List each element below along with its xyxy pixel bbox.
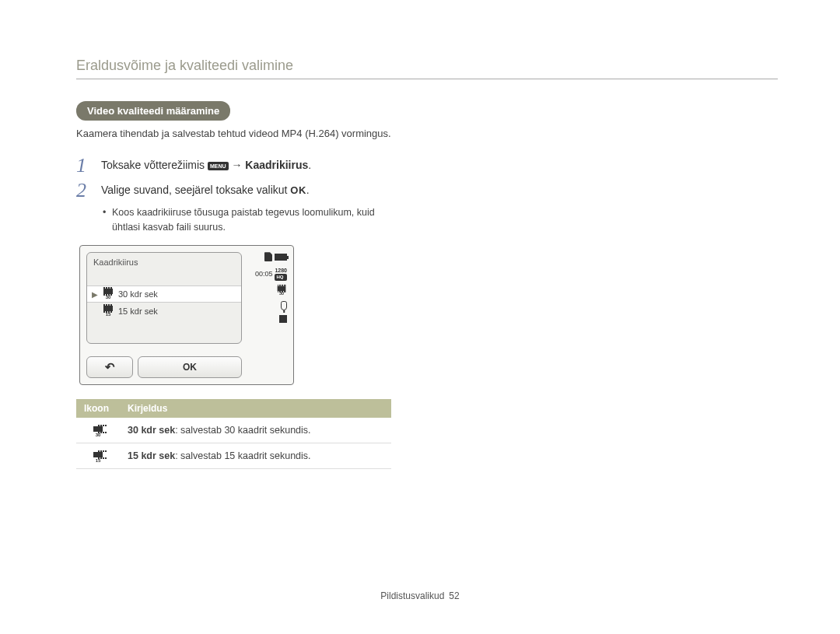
film-icon: 15 [93, 452, 103, 463]
col-icon: Ikoon [76, 399, 120, 418]
status-icons: 00:05 1280 HQ 30 [248, 252, 287, 322]
camera-screenshot: Kaadrikiirus ▶ 30 30 kdr sek ▶ 15 15 kdr… [79, 245, 294, 385]
framerate-panel: Kaadrikiirus ▶ 30 30 kdr sek ▶ 15 15 kdr… [86, 252, 242, 344]
description-table: Ikoon Kirjeldus 30 30 kdr sek: salvestab… [76, 399, 391, 469]
resolution-badge: 1280 HQ [275, 266, 287, 280]
option-30-label: 30 kdr sek [118, 289, 158, 299]
grid-icon [279, 315, 287, 323]
step-1-text: Toksake võtterežiimis MENU → Kaadrikiiru… [101, 156, 311, 171]
page-title: Eraldusvõime ja kvaliteedi valimine [76, 58, 778, 79]
menu-icon: MENU [208, 162, 229, 170]
option-15-label: 15 kdr sek [118, 306, 158, 316]
microphone-icon [281, 301, 287, 310]
sd-card-icon [264, 252, 272, 261]
step-2-text: Valige suvand, seejärel toksake valikut … [101, 180, 310, 196]
panel-title: Kaadrikiirus [87, 257, 241, 267]
step-number-2: 2 [76, 180, 101, 201]
option-15fps[interactable]: ▶ 15 15 kdr sek [87, 303, 241, 320]
back-button[interactable]: ↶ [86, 356, 133, 378]
ok-button[interactable]: OK [138, 356, 242, 378]
selected-arrow-icon: ▶ [92, 290, 98, 299]
battery-icon [275, 254, 287, 261]
record-time: 00:05 [255, 270, 273, 278]
film-icon: 30 [103, 289, 114, 299]
sub-bullet-list: Koos kaadrikiiruse tõusuga paistab tegev… [103, 205, 399, 235]
col-description: Kirjeldus [120, 399, 391, 418]
ok-icon: OK [290, 184, 306, 196]
sub-bullet-item: Koos kaadrikiiruse tõusuga paistab tegev… [103, 205, 399, 235]
table-row: 30 30 kdr sek: salvestab 30 kaadrit seku… [76, 418, 391, 443]
table-row: 15 15 kdr sek: salvestab 15 kaadrit seku… [76, 443, 391, 469]
step-list: 1 Toksake võtterežiimis MENU → Kaadrikii… [76, 156, 399, 201]
step-number-1: 1 [76, 156, 101, 176]
option-30fps[interactable]: ▶ 30 30 kdr sek [87, 285, 241, 303]
film-icon: 30 [93, 426, 103, 437]
film-icon: 30 [277, 285, 287, 296]
film-icon: 15 [103, 306, 114, 317]
intro-text: Kaamera tihendab ja salvestab tehtud vid… [76, 127, 399, 142]
section-pill: Video kvaliteedi määramine [76, 101, 230, 121]
page-footer: Pildistusvalikud52 [0, 590, 840, 601]
